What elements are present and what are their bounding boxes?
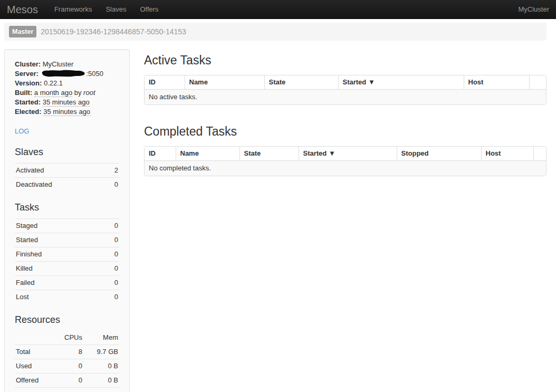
table-row: Offered 0 0 B	[15, 374, 119, 388]
started-line: Started: 35 minutes ago	[15, 98, 119, 107]
master-id: 20150619-192346-1298446857-5050-14153	[41, 27, 186, 36]
cluster-value: MyCluster	[43, 60, 74, 68]
empty-message: No completed tasks.	[145, 161, 546, 176]
completed-tasks-title: Completed Tasks	[144, 124, 547, 139]
main-content: Active Tasks ID Name State Started ▼ Hos…	[144, 49, 547, 176]
elected-line: Elected: 35 minutes ago	[15, 107, 119, 117]
stat-value: 0	[101, 247, 119, 262]
stat-value: 0	[101, 219, 119, 233]
column-header-started-sorted[interactable]: Started ▼	[299, 147, 397, 161]
table-row: Staged 0	[15, 219, 119, 233]
column-header-id[interactable]: ID	[145, 147, 176, 161]
stat-value: 2	[105, 164, 119, 178]
elected-label: Elected:	[15, 108, 42, 116]
server-label: Server:	[15, 70, 39, 78]
column-header-name[interactable]: Name	[176, 147, 239, 161]
stat-cpus: 0	[53, 359, 83, 374]
column-header-host[interactable]: Host	[464, 75, 529, 90]
resources-table: CPUs Mem Total 8 9.7 GB Used 0 0 B Offer…	[15, 331, 119, 392]
table-row: Failed 0	[15, 276, 119, 290]
column-header-started-sorted[interactable]: Started ▼	[338, 75, 464, 90]
page-content: Cluster: MyCluster Server: :5050 Version…	[0, 41, 556, 392]
breadcrumb: Master 20150619-192346-1298446857-5050-1…	[4, 23, 547, 41]
slaves-table: Activated 2 Deactivated 0	[15, 163, 119, 192]
built-ago: a month ago	[34, 89, 72, 97]
server-line: Server: :5050	[15, 69, 119, 79]
version-line: Version: 0.22.1	[15, 79, 119, 88]
table-row: Lost 0	[15, 290, 119, 304]
empty-state-row: No active tasks.	[145, 90, 546, 105]
started-ago: 35 minutes ago	[43, 98, 90, 107]
table-row: Total 8 9.7 GB	[15, 345, 119, 359]
column-header-host[interactable]: Host	[481, 147, 533, 161]
stat-value: 0	[101, 276, 119, 290]
version-label: Version:	[15, 79, 42, 87]
nav-item-frameworks[interactable]: Frameworks	[47, 0, 99, 19]
nav-item-offers[interactable]: Offers	[133, 0, 165, 19]
cluster-line: Cluster: MyCluster	[15, 60, 119, 69]
built-user: root	[83, 89, 95, 97]
built-line: Built: a month ago by root	[15, 88, 119, 98]
tasks-heading: Tasks	[15, 200, 119, 215]
column-header-stopped[interactable]: Stopped	[397, 147, 481, 161]
stat-label: Idle	[15, 388, 53, 392]
stat-label: Killed	[15, 262, 101, 276]
resources-col-blank	[15, 331, 53, 345]
column-header-blank	[533, 147, 546, 161]
stat-mem: 0 B	[83, 374, 119, 388]
resources-col-mem: Mem	[83, 331, 119, 345]
table-row: Started 0	[15, 233, 119, 247]
server-port: :5050	[86, 70, 103, 78]
server-redaction-scribble	[40, 70, 86, 77]
log-link[interactable]: LOG	[15, 127, 29, 136]
stat-label: Lost	[15, 290, 101, 304]
empty-message: No active tasks.	[145, 90, 546, 105]
column-header-id[interactable]: ID	[145, 75, 185, 90]
resources-col-cpus: CPUs	[53, 331, 83, 345]
stat-value: 0	[101, 262, 119, 276]
stat-label: Used	[15, 359, 53, 374]
nav-item-slaves[interactable]: Slaves	[99, 0, 133, 19]
version-value: 0.22.1	[44, 79, 63, 87]
table-row: Used 0 0 B	[15, 359, 119, 374]
stat-mem: 9.7 GB	[83, 345, 119, 359]
slaves-heading: Slaves	[15, 145, 119, 159]
navbar: Mesos Frameworks Slaves Offers MyCluster	[0, 0, 556, 19]
built-label: Built:	[15, 89, 32, 97]
table-row: Activated 2	[15, 164, 119, 178]
stat-mem: 0 B	[83, 359, 119, 374]
stat-cpus: 8	[53, 388, 83, 392]
active-tasks-table: ID Name State Started ▼ Host No active t…	[144, 75, 547, 105]
master-badge: Master	[9, 26, 36, 37]
empty-state-row: No completed tasks.	[145, 161, 546, 176]
active-tasks-title: Active Tasks	[144, 53, 547, 68]
column-header-state[interactable]: State	[239, 147, 299, 161]
cluster-label: Cluster:	[15, 60, 41, 68]
stat-label: Started	[15, 233, 101, 247]
stat-value: 0	[101, 290, 119, 304]
navbar-cluster-name: MyCluster	[518, 5, 549, 14]
column-header-name[interactable]: Name	[185, 75, 264, 90]
active-tasks-section: Active Tasks ID Name State Started ▼ Hos…	[144, 53, 547, 105]
stat-value: 0	[101, 233, 119, 247]
stat-label: Staged	[15, 219, 101, 233]
stat-cpus: 0	[53, 374, 83, 388]
column-header-blank	[529, 75, 546, 90]
column-header-state[interactable]: State	[264, 75, 338, 90]
stat-mem: 9.7 GB	[83, 388, 119, 392]
stat-label: Deactivated	[15, 178, 105, 192]
stat-label: Activated	[15, 164, 105, 178]
resources-heading: Resources	[15, 313, 119, 327]
stat-label: Failed	[15, 276, 101, 290]
table-row: Killed 0	[15, 262, 119, 276]
table-row: Idle 8 9.7 GB	[15, 388, 119, 392]
stat-cpus: 8	[53, 345, 83, 359]
table-header-row: ID Name State Started ▼ Host	[145, 75, 546, 90]
table-row: CPUs Mem	[15, 331, 119, 345]
brand-mesos[interactable]: Mesos	[7, 5, 38, 14]
elected-ago: 35 minutes ago	[43, 108, 90, 116]
table-row: Deactivated 0	[15, 178, 119, 192]
stat-label: Total	[15, 345, 53, 359]
tasks-table: Staged 0 Started 0 Finished 0 Killed 0 F…	[15, 218, 119, 304]
stat-label: Finished	[15, 247, 101, 262]
